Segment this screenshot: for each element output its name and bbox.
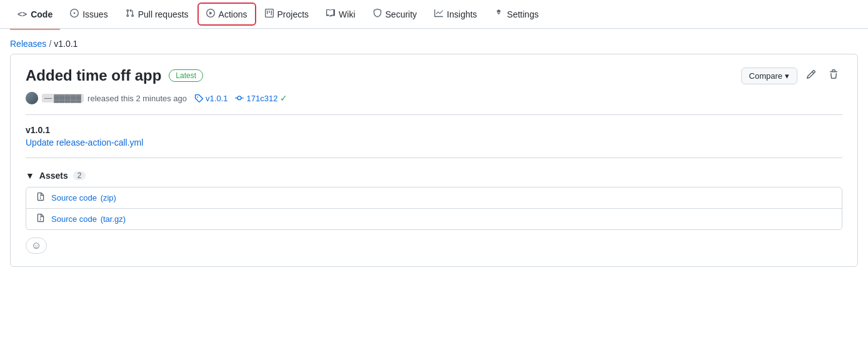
assets-count: 2	[73, 171, 86, 180]
asset-item-tar: Source code (tar.gz)	[26, 209, 842, 229]
release-update-text: Update release-action-call.yml	[26, 138, 842, 148]
assets-section: ▼ Assets 2 Source code (zip)	[26, 171, 842, 230]
release-action-buttons: Compare ▾	[741, 67, 842, 84]
top-navigation: <> Code Issues Pull requests Actions Pro…	[0, 0, 868, 29]
release-header: Added time off app Latest Compare ▾	[26, 67, 842, 84]
nav-label-security: Security	[386, 9, 417, 19]
edit-button[interactable]	[802, 67, 820, 84]
released-text: released this 2 minutes ago	[87, 94, 187, 103]
zip-source-label: Source code	[51, 193, 97, 202]
settings-icon	[494, 9, 503, 19]
release-notes: v1.0.1 Update release-action-call.yml	[26, 125, 842, 148]
nav-item-issues[interactable]: Issues	[62, 4, 115, 24]
delete-button[interactable]	[825, 67, 842, 84]
reactions: ☺	[26, 238, 842, 254]
commit-check-icon: ✓	[280, 93, 287, 103]
tar-format: (tar.gz)	[101, 214, 126, 224]
release-title-row: Added time off app Latest	[26, 67, 203, 84]
tar-source-label: Source code	[51, 214, 97, 224]
tar-file-icon	[36, 214, 45, 224]
breadcrumb-separator: /	[49, 39, 51, 49]
nav-label-issues: Issues	[82, 9, 107, 19]
avatar	[26, 92, 38, 104]
nav-item-projects[interactable]: Projects	[257, 4, 317, 24]
nav-label-settings: Settings	[507, 9, 539, 19]
wiki-icon	[326, 9, 335, 19]
meta-tag: v1.0.1	[194, 94, 227, 103]
nav-label-insights: Insights	[447, 9, 477, 19]
release-meta: — ▓▓▓▓▓ released this 2 minutes ago v1.0…	[26, 92, 842, 104]
compare-button[interactable]: Compare ▾	[741, 68, 797, 84]
meta-author: — ▓▓▓▓▓ released this 2 minutes ago	[26, 92, 187, 104]
breadcrumb: Releases / v1.0.1	[0, 29, 868, 54]
assets-triangle-icon: ▼	[26, 171, 34, 181]
issues-icon	[70, 9, 79, 19]
nav-label-code: Code	[31, 9, 52, 19]
actions-icon	[206, 9, 215, 19]
assets-header[interactable]: ▼ Assets 2	[26, 171, 842, 181]
nav-item-actions[interactable]: Actions	[199, 4, 255, 24]
nav-item-settings[interactable]: Settings	[487, 4, 546, 24]
zip-download-link[interactable]: Source code (zip)	[51, 193, 116, 202]
asset-item-zip: Source code (zip)	[26, 188, 842, 209]
breadcrumb-releases-link[interactable]: Releases	[10, 39, 46, 49]
nav-item-wiki[interactable]: Wiki	[319, 4, 362, 24]
compare-chevron-icon: ▾	[785, 71, 789, 81]
zip-file-icon	[36, 192, 45, 203]
main-content: Added time off app Latest Compare ▾	[0, 54, 868, 277]
meta-username: — ▓▓▓▓▓	[42, 94, 84, 102]
nav-item-insights[interactable]: Insights	[427, 4, 484, 24]
insights-icon	[434, 9, 443, 19]
security-icon	[373, 9, 382, 19]
tar-download-link[interactable]: Source code (tar.gz)	[51, 214, 126, 224]
assets-divider	[26, 158, 842, 158]
latest-badge: Latest	[169, 69, 203, 82]
meta-tag-value: v1.0.1	[206, 94, 227, 103]
divider	[26, 114, 842, 115]
add-reaction-button[interactable]: ☺	[26, 238, 47, 254]
nav-item-code[interactable]: <> Code	[10, 4, 60, 24]
nav-label-wiki: Wiki	[339, 9, 355, 19]
code-icon: <>	[17, 9, 27, 19]
release-title: Added time off app	[26, 67, 161, 84]
release-version-note: v1.0.1	[26, 125, 842, 135]
release-card: Added time off app Latest Compare ▾	[10, 54, 858, 267]
assets-list: Source code (zip) Source code (tar.gz)	[26, 187, 842, 230]
zip-format: (zip)	[101, 193, 116, 202]
nav-label-actions: Actions	[219, 9, 247, 19]
meta-commit: 171c312 ✓	[235, 93, 287, 103]
meta-commit-value: 171c312	[246, 94, 277, 103]
nav-label-projects: Projects	[277, 9, 309, 19]
nav-item-security[interactable]: Security	[366, 4, 425, 24]
assets-label: Assets	[39, 171, 68, 181]
pull-requests-icon	[126, 9, 134, 19]
projects-icon	[265, 9, 274, 19]
breadcrumb-current: v1.0.1	[54, 39, 77, 49]
nav-item-pull-requests[interactable]: Pull requests	[118, 4, 196, 24]
nav-label-pull-requests: Pull requests	[138, 9, 189, 19]
compare-label: Compare	[749, 71, 782, 81]
